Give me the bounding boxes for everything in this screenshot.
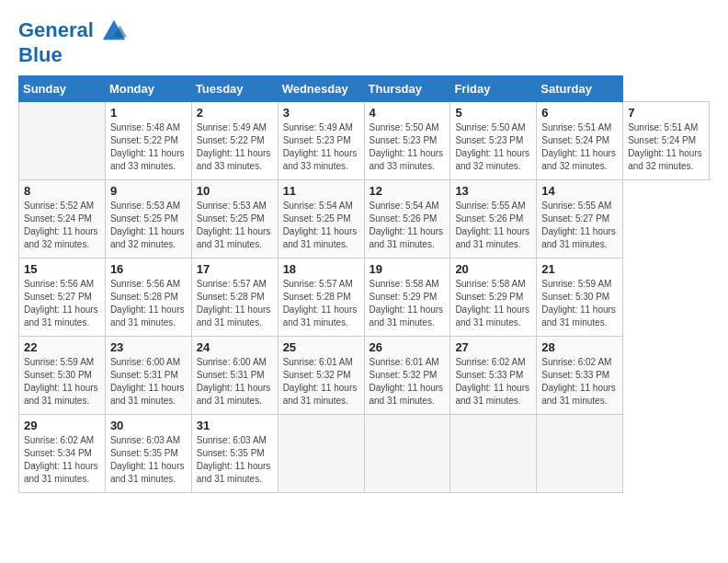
day-info: Sunrise: 6:02 AMSunset: 5:33 PMDaylight:… [541, 356, 618, 408]
day-info: Sunrise: 5:55 AMSunset: 5:27 PMDaylight:… [541, 200, 618, 251]
day-number: 10 [197, 184, 273, 198]
logo: General Blue [18, 18, 127, 66]
day-number: 23 [110, 340, 187, 354]
calendar-table: SundayMondayTuesdayWednesdayThursdayFrid… [18, 75, 710, 493]
day-number: 9 [110, 184, 187, 198]
day-info: Sunrise: 5:53 AMSunset: 5:25 PMDaylight:… [110, 200, 187, 251]
calendar-cell: 4 Sunrise: 5:50 AMSunset: 5:23 PMDayligh… [364, 102, 450, 180]
day-info: Sunrise: 5:50 AMSunset: 5:23 PMDaylight:… [455, 121, 531, 173]
calendar-week-1: 1 Sunrise: 5:48 AMSunset: 5:22 PMDayligh… [19, 102, 710, 180]
day-number: 18 [283, 262, 359, 276]
day-number: 6 [541, 106, 618, 120]
day-number: 12 [370, 184, 446, 198]
day-number: 8 [24, 184, 100, 198]
day-info: Sunrise: 5:57 AMSunset: 5:28 PMDaylight:… [283, 278, 359, 329]
calendar-cell: 19 Sunrise: 5:58 AMSunset: 5:29 PMDaylig… [364, 259, 450, 337]
calendar-cell: 25 Sunrise: 6:01 AMSunset: 5:32 PMDaylig… [278, 337, 364, 415]
calendar-cell: 8 Sunrise: 5:52 AMSunset: 5:24 PMDayligh… [19, 180, 106, 259]
day-info: Sunrise: 5:54 AMSunset: 5:26 PMDaylight:… [370, 200, 446, 251]
calendar-cell [364, 415, 450, 493]
day-number: 1 [110, 106, 187, 120]
calendar-cell: 9 Sunrise: 5:53 AMSunset: 5:25 PMDayligh… [105, 180, 191, 259]
calendar-cell: 21 Sunrise: 5:59 AMSunset: 5:30 PMDaylig… [537, 259, 623, 337]
calendar-cell: 5 Sunrise: 5:50 AMSunset: 5:23 PMDayligh… [450, 102, 537, 180]
calendar-week-2: 8 Sunrise: 5:52 AMSunset: 5:24 PMDayligh… [19, 180, 710, 259]
day-info: Sunrise: 6:02 AMSunset: 5:34 PMDaylight:… [24, 434, 100, 486]
calendar-cell: 29 Sunrise: 6:02 AMSunset: 5:34 PMDaylig… [19, 415, 106, 493]
day-number: 20 [455, 262, 531, 276]
calendar-cell: 11 Sunrise: 5:54 AMSunset: 5:25 PMDaylig… [278, 180, 364, 259]
calendar-cell [450, 415, 537, 493]
day-info: Sunrise: 5:56 AMSunset: 5:27 PMDaylight:… [24, 278, 100, 329]
day-number: 25 [283, 340, 359, 354]
calendar-cell: 30 Sunrise: 6:03 AMSunset: 5:35 PMDaylig… [105, 415, 191, 493]
day-number: 30 [110, 419, 187, 432]
day-number: 22 [24, 340, 100, 354]
calendar-week-5: 29 Sunrise: 6:02 AMSunset: 5:34 PMDaylig… [19, 415, 710, 493]
day-info: Sunrise: 5:51 AMSunset: 5:24 PMDaylight:… [628, 121, 704, 173]
day-info: Sunrise: 6:00 AMSunset: 5:31 PMDaylight:… [197, 356, 273, 408]
day-header-thursday: Thursday [364, 76, 450, 102]
day-info: Sunrise: 6:01 AMSunset: 5:32 PMDaylight:… [283, 356, 359, 408]
day-info: Sunrise: 6:01 AMSunset: 5:32 PMDaylight:… [370, 356, 446, 408]
day-number: 13 [455, 184, 531, 198]
day-number: 4 [370, 106, 446, 120]
day-number: 19 [370, 262, 446, 276]
day-number: 7 [628, 106, 704, 120]
calendar-cell: 16 Sunrise: 5:56 AMSunset: 5:28 PMDaylig… [105, 259, 191, 337]
day-info: Sunrise: 5:55 AMSunset: 5:26 PMDaylight:… [455, 200, 531, 251]
day-info: Sunrise: 5:48 AMSunset: 5:22 PMDaylight:… [110, 121, 187, 173]
calendar-cell: 14 Sunrise: 5:55 AMSunset: 5:27 PMDaylig… [537, 180, 623, 259]
day-info: Sunrise: 5:59 AMSunset: 5:30 PMDaylight:… [541, 278, 618, 329]
day-info: Sunrise: 5:49 AMSunset: 5:22 PMDaylight:… [197, 121, 273, 173]
calendar-cell: 22 Sunrise: 5:59 AMSunset: 5:30 PMDaylig… [19, 337, 106, 415]
calendar-cell: 10 Sunrise: 5:53 AMSunset: 5:25 PMDaylig… [191, 180, 278, 259]
day-info: Sunrise: 6:03 AMSunset: 5:35 PMDaylight:… [110, 434, 187, 486]
day-info: Sunrise: 5:54 AMSunset: 5:25 PMDaylight:… [283, 200, 359, 251]
day-number: 3 [283, 106, 359, 120]
calendar-cell: 2 Sunrise: 5:49 AMSunset: 5:22 PMDayligh… [191, 102, 278, 180]
logo-text: General [18, 18, 127, 44]
calendar-cell: 13 Sunrise: 5:55 AMSunset: 5:26 PMDaylig… [450, 180, 537, 259]
day-info: Sunrise: 5:59 AMSunset: 5:30 PMDaylight:… [24, 356, 100, 408]
calendar-cell: 3 Sunrise: 5:49 AMSunset: 5:23 PMDayligh… [278, 102, 364, 180]
calendar-cell: 24 Sunrise: 6:00 AMSunset: 5:31 PMDaylig… [191, 337, 278, 415]
day-number: 2 [197, 106, 273, 120]
day-number: 5 [455, 106, 531, 120]
calendar-cell: 20 Sunrise: 5:58 AMSunset: 5:29 PMDaylig… [450, 259, 537, 337]
day-number: 15 [24, 262, 100, 276]
day-number: 16 [110, 262, 187, 276]
day-info: Sunrise: 6:00 AMSunset: 5:31 PMDaylight:… [110, 356, 187, 408]
day-number: 31 [197, 419, 273, 432]
day-header-wednesday: Wednesday [278, 76, 364, 102]
day-number: 17 [197, 262, 273, 276]
calendar-cell: 17 Sunrise: 5:57 AMSunset: 5:28 PMDaylig… [191, 259, 278, 337]
day-info: Sunrise: 5:56 AMSunset: 5:28 PMDaylight:… [110, 278, 187, 329]
day-number: 29 [24, 419, 100, 432]
day-info: Sunrise: 5:53 AMSunset: 5:25 PMDaylight:… [197, 200, 273, 251]
calendar-body: 1 Sunrise: 5:48 AMSunset: 5:22 PMDayligh… [19, 102, 710, 493]
day-header-monday: Monday [105, 76, 191, 102]
day-number: 27 [455, 340, 531, 354]
day-header-sunday: Sunday [19, 76, 106, 102]
calendar-cell: 12 Sunrise: 5:54 AMSunset: 5:26 PMDaylig… [364, 180, 450, 259]
calendar-cell: 26 Sunrise: 6:01 AMSunset: 5:32 PMDaylig… [364, 337, 450, 415]
page-header: General Blue [18, 18, 710, 66]
day-info: Sunrise: 5:58 AMSunset: 5:29 PMDaylight:… [455, 278, 531, 329]
day-info: Sunrise: 5:52 AMSunset: 5:24 PMDaylight:… [24, 200, 100, 251]
day-number: 11 [283, 184, 359, 198]
calendar-header-row: SundayMondayTuesdayWednesdayThursdayFrid… [19, 76, 710, 102]
calendar-cell: 7 Sunrise: 5:51 AMSunset: 5:24 PMDayligh… [623, 102, 710, 180]
day-number: 24 [197, 340, 273, 354]
calendar-cell: 28 Sunrise: 6:02 AMSunset: 5:33 PMDaylig… [537, 337, 623, 415]
day-info: Sunrise: 5:49 AMSunset: 5:23 PMDaylight:… [283, 121, 359, 173]
calendar-cell: 27 Sunrise: 6:02 AMSunset: 5:33 PMDaylig… [450, 337, 537, 415]
day-info: Sunrise: 6:03 AMSunset: 5:35 PMDaylight:… [197, 434, 273, 486]
day-header-tuesday: Tuesday [191, 76, 278, 102]
calendar-cell: 18 Sunrise: 5:57 AMSunset: 5:28 PMDaylig… [278, 259, 364, 337]
day-number: 21 [541, 262, 618, 276]
calendar-week-3: 15 Sunrise: 5:56 AMSunset: 5:27 PMDaylig… [19, 259, 710, 337]
day-number: 26 [370, 340, 446, 354]
logo-text2: Blue [18, 44, 127, 66]
day-info: Sunrise: 5:50 AMSunset: 5:23 PMDaylight:… [370, 121, 446, 173]
